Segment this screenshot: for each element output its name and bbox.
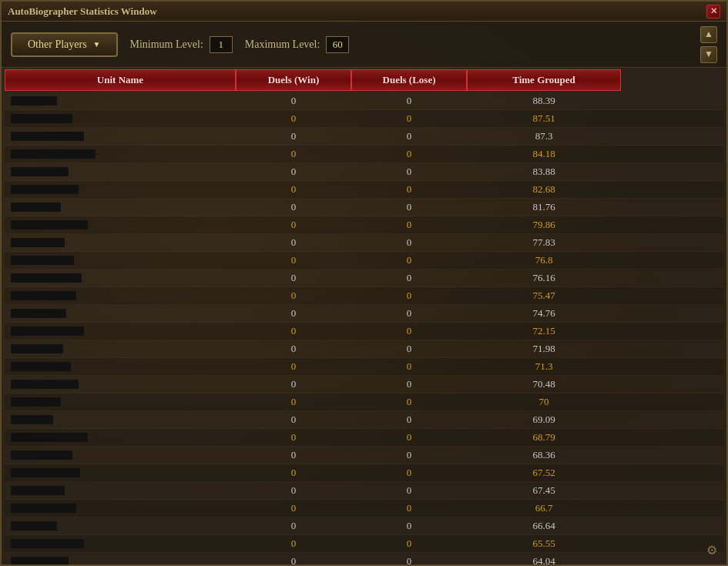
unit-name-cell bbox=[5, 252, 236, 269]
table-row: 0079.86 bbox=[5, 216, 723, 234]
name-bar bbox=[11, 114, 72, 123]
duels-lose-cell: 0 bbox=[351, 270, 467, 286]
time-grouped-cell: 74.76 bbox=[467, 305, 621, 322]
unit-name-cell bbox=[5, 128, 236, 145]
time-grouped-cell: 67.45 bbox=[467, 482, 621, 499]
unit-name-cell bbox=[5, 429, 236, 446]
duels-win-cell: 0 bbox=[236, 146, 351, 162]
time-grouped-cell: 79.86 bbox=[467, 216, 621, 233]
unit-name-cell bbox=[5, 216, 236, 233]
scroll-down-button[interactable]: ▼ bbox=[700, 46, 717, 63]
table-row: 0088.39 bbox=[5, 92, 723, 110]
duels-lose-cell: 0 bbox=[351, 535, 467, 552]
duels-lose-cell: 0 bbox=[351, 517, 467, 534]
unit-name-cell bbox=[5, 376, 236, 393]
unit-name-cell bbox=[5, 92, 236, 109]
min-level-filter: Minimum Level: bbox=[130, 36, 233, 53]
duels-win-cell: 0 bbox=[236, 340, 351, 357]
duels-win-cell: 0 bbox=[236, 234, 351, 251]
duels-win-cell: 0 bbox=[236, 464, 351, 481]
table-row: 0084.18 bbox=[5, 146, 723, 163]
time-grouped-cell: 84.18 bbox=[467, 146, 621, 162]
unit-name-cell bbox=[5, 447, 236, 464]
time-grouped-cell: 76.8 bbox=[467, 252, 621, 269]
table-row: 0077.83 bbox=[5, 234, 723, 252]
time-grouped-cell: 82.68 bbox=[467, 181, 621, 198]
title-bar: AutoBiographer Statistics Window ✕ bbox=[2, 2, 726, 22]
duels-win-cell: 0 bbox=[236, 429, 351, 446]
time-grouped-cell: 76.16 bbox=[467, 270, 621, 286]
time-grouped-cell: 69.09 bbox=[467, 411, 621, 428]
time-grouped-cell: 88.39 bbox=[467, 92, 621, 109]
duels-lose-cell: 0 bbox=[351, 110, 467, 127]
duels-lose-cell: 0 bbox=[351, 376, 467, 393]
duels-lose-cell: 0 bbox=[351, 447, 467, 464]
unit-name-cell bbox=[5, 323, 236, 340]
duels-win-cell: 0 bbox=[236, 323, 351, 340]
table-row: 0067.45 bbox=[5, 482, 723, 500]
name-bar bbox=[11, 415, 53, 424]
duels-lose-cell: 0 bbox=[351, 128, 467, 145]
header-duels-win[interactable]: Duels (Win) bbox=[236, 69, 351, 91]
name-bar bbox=[11, 450, 72, 460]
unit-name-cell bbox=[5, 181, 236, 198]
time-grouped-cell: 71.98 bbox=[467, 340, 621, 357]
header-time-grouped[interactable]: Time Grouped bbox=[467, 69, 621, 91]
chevron-down-icon: ▼ bbox=[93, 40, 101, 49]
scroll-up-button[interactable]: ▲ bbox=[700, 26, 717, 43]
duels-win-cell: 0 bbox=[236, 252, 351, 269]
name-bar bbox=[11, 149, 96, 159]
max-level-input[interactable] bbox=[326, 36, 349, 53]
duels-win-cell: 0 bbox=[236, 216, 351, 233]
name-bar bbox=[11, 132, 84, 141]
other-players-dropdown[interactable]: Other Players ▼ bbox=[11, 32, 118, 57]
duels-win-cell: 0 bbox=[236, 92, 351, 109]
time-grouped-cell: 77.83 bbox=[467, 234, 621, 251]
table-row: 0068.36 bbox=[5, 447, 723, 464]
min-level-input[interactable] bbox=[210, 36, 233, 53]
max-level-label: Maximum Level: bbox=[245, 39, 320, 51]
settings-icon[interactable]: ⚙ bbox=[703, 541, 720, 558]
duels-lose-cell: 0 bbox=[351, 287, 467, 304]
name-bar bbox=[11, 291, 76, 300]
duels-win-cell: 0 bbox=[236, 535, 351, 552]
table-row: 0066.64 bbox=[5, 517, 723, 535]
duels-lose-cell: 0 bbox=[351, 411, 467, 428]
table-row: 0087.3 bbox=[5, 128, 723, 146]
table-row: 0076.16 bbox=[5, 270, 723, 287]
table-row: 0083.88 bbox=[5, 163, 723, 181]
table-row: 0069.09 bbox=[5, 411, 723, 429]
name-bar bbox=[11, 256, 74, 265]
duels-lose-cell: 0 bbox=[351, 340, 467, 357]
toolbar: Other Players ▼ Minimum Level: Maximum L… bbox=[2, 22, 726, 68]
time-grouped-cell: 68.79 bbox=[467, 429, 621, 446]
name-bar bbox=[11, 486, 65, 495]
unit-name-cell bbox=[5, 553, 236, 564]
unit-name-cell bbox=[5, 500, 236, 517]
time-grouped-cell: 64.04 bbox=[467, 553, 621, 564]
main-window: AutoBiographer Statistics Window ✕ Other… bbox=[0, 0, 728, 566]
max-level-filter: Maximum Level: bbox=[245, 36, 350, 53]
table-header: Unit Name Duels (Win) Duels (Lose) Time … bbox=[2, 69, 726, 91]
time-grouped-cell: 68.36 bbox=[467, 447, 621, 464]
name-bar bbox=[11, 433, 88, 442]
header-duels-lose[interactable]: Duels (Lose) bbox=[351, 69, 467, 91]
duels-lose-cell: 0 bbox=[351, 500, 467, 517]
name-bar bbox=[11, 397, 61, 407]
table-row: 0072.15 bbox=[5, 323, 723, 340]
name-bar bbox=[11, 468, 80, 477]
time-grouped-cell: 70 bbox=[467, 394, 621, 410]
header-unit-name[interactable]: Unit Name bbox=[5, 69, 236, 91]
table-row: 0070 bbox=[5, 394, 723, 411]
duels-win-cell: 0 bbox=[236, 199, 351, 216]
duels-win-cell: 0 bbox=[236, 394, 351, 410]
table-row: 0067.52 bbox=[5, 464, 723, 482]
table-row: 0066.7 bbox=[5, 500, 723, 517]
close-button[interactable]: ✕ bbox=[706, 5, 720, 18]
name-bar bbox=[11, 504, 76, 513]
duels-lose-cell: 0 bbox=[351, 199, 467, 216]
duels-win-cell: 0 bbox=[236, 270, 351, 286]
duels-win-cell: 0 bbox=[236, 110, 351, 127]
duels-win-cell: 0 bbox=[236, 181, 351, 198]
name-bar bbox=[11, 220, 88, 229]
